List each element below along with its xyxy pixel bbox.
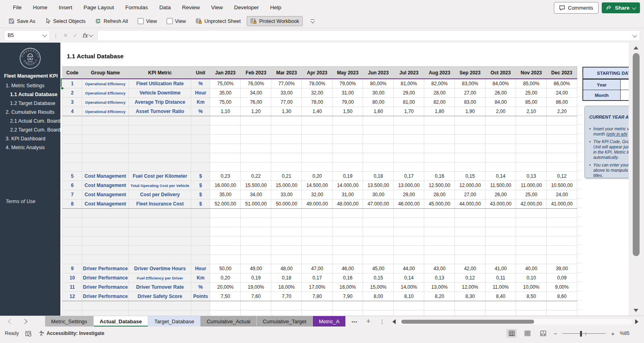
empty-cell[interactable] — [363, 209, 394, 218]
menu-file[interactable]: File — [7, 0, 27, 14]
cell-value[interactable]: 8,00 — [363, 292, 394, 301]
empty-cell[interactable] — [302, 236, 332, 246]
cancel-icon[interactable]: ✕ — [63, 32, 68, 39]
cell-value[interactable]: 86,00% — [547, 79, 577, 88]
cell-code[interactable]: 3 — [63, 98, 82, 107]
cell-metric[interactable]: Vehicle Downtime — [129, 88, 191, 98]
empty-cell[interactable] — [129, 162, 191, 172]
empty-cell[interactable] — [516, 227, 547, 236]
cell-value[interactable]: 50,00 — [210, 264, 241, 273]
cell-group[interactable]: Operational Efficiency — [82, 98, 129, 107]
empty-cell[interactable] — [302, 310, 332, 316]
cell-code[interactable]: 11 — [63, 283, 82, 292]
month-header[interactable]: Jan 2023 — [210, 67, 241, 79]
month-header[interactable]: Sep 2023 — [455, 67, 485, 79]
empty-cell[interactable] — [82, 227, 129, 236]
cell-value[interactable]: 25,00 — [516, 190, 547, 199]
empty-cell[interactable] — [394, 209, 424, 218]
cell-value[interactable]: 77,00% — [271, 79, 302, 88]
empty-cell[interactable] — [129, 153, 191, 162]
select-objects-button[interactable]: Select Objects — [41, 16, 89, 26]
empty-cell[interactable] — [210, 144, 241, 153]
checkbox-icon[interactable] — [167, 18, 173, 24]
empty-cell[interactable] — [547, 218, 577, 227]
cell-value[interactable]: 1,80 — [424, 107, 455, 116]
empty-cell[interactable] — [485, 310, 516, 316]
empty-cell[interactable] — [63, 135, 82, 144]
cell-value[interactable]: 14.500,00 — [302, 181, 332, 190]
empty-cell[interactable] — [485, 301, 516, 310]
empty-cell[interactable] — [82, 236, 129, 246]
cell-code[interactable]: 9 — [63, 264, 82, 273]
empty-cell[interactable] — [516, 209, 547, 218]
cell-value[interactable]: 41,00 — [485, 264, 516, 273]
empty-cell[interactable] — [129, 218, 191, 227]
empty-cell[interactable] — [516, 310, 547, 316]
empty-cell[interactable] — [332, 153, 363, 162]
empty-cell[interactable] — [332, 246, 363, 255]
empty-cell[interactable] — [363, 310, 394, 316]
scroll-left-icon[interactable] — [392, 319, 396, 324]
empty-cell[interactable] — [191, 255, 210, 264]
empty-cell[interactable] — [210, 301, 241, 310]
empty-cell[interactable] — [424, 255, 455, 264]
empty-cell[interactable] — [455, 236, 485, 246]
empty-cell[interactable] — [547, 153, 577, 162]
cell-value[interactable]: 0,18 — [271, 273, 302, 283]
cell-value[interactable]: 52.000,00 — [210, 199, 241, 209]
cell-value[interactable]: 81,00 — [394, 98, 424, 107]
cell-value[interactable]: 0,11 — [485, 273, 516, 283]
cell-value[interactable]: 0,12 — [455, 273, 485, 283]
cell-value[interactable]: 32,00 — [302, 190, 332, 199]
empty-cell[interactable] — [547, 310, 577, 316]
cell-value[interactable]: 45,00 — [363, 264, 394, 273]
enter-icon[interactable]: ✓ — [73, 32, 78, 39]
view-page-break-button[interactable] — [538, 329, 548, 338]
cell-value[interactable]: 47.000,00 — [363, 199, 394, 209]
cell-group[interactable]: Driver Performance — [82, 264, 129, 273]
empty-cell[interactable] — [63, 125, 82, 135]
empty-cell[interactable] — [302, 135, 332, 144]
cell-unit[interactable]: $ — [191, 199, 210, 209]
tab-scroll-right-icon[interactable] — [22, 319, 27, 324]
empty-cell[interactable] — [271, 209, 302, 218]
empty-cell[interactable] — [485, 144, 516, 153]
empty-cell[interactable] — [455, 125, 485, 135]
empty-cell[interactable] — [516, 116, 547, 125]
empty-cell[interactable] — [82, 153, 129, 162]
cell-value[interactable]: 32,00 — [302, 88, 332, 98]
empty-cell[interactable] — [82, 246, 129, 255]
cell-unit[interactable]: $ — [191, 172, 210, 181]
empty-cell[interactable] — [516, 301, 547, 310]
cell-value[interactable]: 40,00 — [516, 264, 547, 273]
empty-cell[interactable] — [210, 125, 241, 135]
menu-developer[interactable]: Developer — [228, 0, 264, 14]
empty-cell[interactable] — [485, 162, 516, 172]
empty-cell[interactable] — [63, 153, 82, 162]
month-header[interactable]: Mar 2023 — [271, 67, 302, 79]
refresh-all-button[interactable]: Refresh All — [91, 16, 131, 26]
empty-cell[interactable] — [547, 135, 577, 144]
comments-button[interactable]: Comments — [554, 2, 599, 14]
empty-cell[interactable] — [241, 162, 271, 172]
empty-cell[interactable] — [516, 218, 547, 227]
cell-value[interactable]: 0,09 — [547, 273, 577, 283]
cell-value[interactable]: 83,00% — [455, 79, 485, 88]
empty-cell[interactable] — [63, 301, 82, 310]
cell-value[interactable]: 0,20 — [210, 273, 241, 283]
cell-value[interactable]: 51.000,00 — [241, 199, 271, 209]
empty-cell[interactable] — [191, 125, 210, 135]
cell-value[interactable]: 7,80 — [302, 292, 332, 301]
cell-value[interactable]: 79,00 — [332, 98, 363, 107]
cell-value[interactable]: 8,50 — [516, 292, 547, 301]
empty-cell[interactable] — [63, 209, 82, 218]
empty-cell[interactable] — [241, 209, 271, 218]
zoom-in-icon[interactable]: + — [611, 330, 615, 337]
cell-value[interactable]: 12.500,00 — [424, 181, 455, 190]
empty-cell[interactable] — [516, 153, 547, 162]
empty-cell[interactable] — [82, 209, 129, 218]
cell-value[interactable]: 15.000,00 — [271, 181, 302, 190]
cell-value[interactable]: 12.000,00 — [455, 181, 485, 190]
cell-value[interactable]: 41.000,00 — [547, 199, 577, 209]
cell-value[interactable]: 0,22 — [241, 172, 271, 181]
